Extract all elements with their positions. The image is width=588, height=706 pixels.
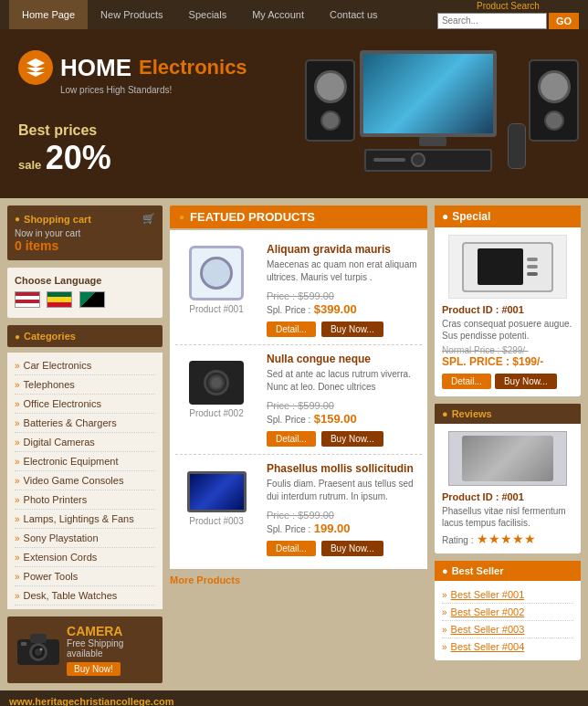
detail-btn-3[interactable]: Detail... [267,541,316,556]
language-box: Choose Language [7,268,163,318]
bestseller-item-1: » Best Seller #001 [442,586,573,604]
detail-btn-2[interactable]: Detail... [267,431,316,447]
categories-box: ● Categories [7,325,163,347]
monitor-icon [187,471,247,512]
cart-box: ● Shopping cart 🛒 Now in your cart 0 ite… [7,205,163,260]
price-spl-2: $159.00 [314,412,357,426]
special-spl-price: SPL. PRICE : $199/- [442,355,573,368]
price-orig-1: Price : $599.00 [267,290,334,301]
special-detail-btn[interactable]: Detail... [442,374,491,389]
flag-za[interactable] [79,291,105,308]
product-img-2: Product #002 [175,353,257,426]
product-info-2: Nulla congue neque Sed at ante ac lacus … [267,353,422,447]
detail-btn-1[interactable]: Detail... [267,321,316,337]
cat-desk-watches[interactable]: »Desk, Table Watches [15,586,155,606]
special-product-id: Product ID : #001 [442,304,573,315]
cat-photo-printers[interactable]: »Photo Printers [15,490,155,510]
nav-account[interactable]: My Account [239,0,317,29]
buy-btn-2[interactable]: Buy Now... [321,431,383,447]
special-box: ● Special [435,205,581,396]
nav-specials[interactable]: Specials [176,0,240,29]
cat-digital-cameras[interactable]: »Digital Cameras [15,433,155,452]
buy-btn-3[interactable]: Buy Now... [321,541,383,556]
review-product-img [448,431,567,486]
bestseller-item-2: » Best Seller #002 [442,604,573,621]
center-column: ● FEATUED PRODUCTS Product #001 Aliquam … [170,205,427,683]
bestseller-item-4: » Best Seller #004 [442,638,573,655]
featured-body: Product #001 Aliquam gravida mauris Maec… [170,230,427,569]
product-id-1: Product #001 [189,304,244,314]
nav-new-products[interactable]: New Products [88,0,175,29]
bestseller-link-2[interactable]: Best Seller #002 [451,606,525,617]
cart-title: ● Shopping cart 🛒 [15,213,155,225]
product-img-1: Product #001 [175,243,257,316]
svg-rect-1 [30,634,47,643]
flags [15,291,155,311]
right-column: ● Special [435,205,581,683]
product-row-3: Product #003 Phasellus mollis sollicitud… [175,455,422,564]
review-rating: Rating : ★★★★★ [442,532,573,546]
search-label: Product Search [477,1,540,11]
product-id-2: Product #002 [189,408,244,418]
hero-image [296,29,588,198]
search-input[interactable] [437,13,547,29]
product-desc-1: Maecenas ac quam non erat aliquam ultric… [267,258,422,284]
bestseller-item-3: » Best Seller #003 [442,621,573,638]
cat-lamps[interactable]: »Lamps, Lightings & Fans [15,510,155,529]
special-body: Product ID : #001 Cras consequat posuere… [435,227,581,396]
svg-point-5 [39,648,42,650]
product-row-1: Product #001 Aliquam gravida mauris Maec… [175,236,422,345]
cat-power-tools[interactable]: »Power Tools [15,567,155,586]
product-title-1: Aliquam gravida mauris [267,243,422,256]
cat-batteries[interactable]: »Batteries & Chargers [15,414,155,433]
product-title-3: Phasellus mollis sollicitudin [267,462,422,475]
logo-electronics: Electronics [139,56,247,79]
flag-us[interactable] [15,291,40,308]
categories-title: ● Categories [15,331,155,342]
cat-car-electronics[interactable]: »Car Electronics [15,356,155,375]
logo-tagline: Low prices High Standards! [60,85,247,95]
language-title: Choose Language [15,275,155,286]
review-desc: Phasellus vitae nisl fermentum lacus tem… [442,505,573,529]
footer-url: www.heritagechristiancollege.com [9,696,579,706]
bestseller-body: » Best Seller #001 » Best Seller #002 » … [435,581,581,660]
categories-list: »Car Electronics »Telephones »Office Ele… [7,353,163,609]
cat-telephones[interactable]: »Telephones [15,375,155,395]
search-area: Product Search GO [437,1,579,29]
washer-icon [189,246,244,300]
product-img-3: Product #003 [175,462,257,535]
more-products-link[interactable]: More Products [170,569,427,591]
cat-extension-cords[interactable]: »Extension Cords [15,548,155,567]
camera-img-icon [189,361,244,405]
top-navigation: Home Page New Products Specials My Accou… [0,0,588,29]
featured-header: ● FEATUED PRODUCTS [170,205,427,228]
camera-buy-button[interactable]: Buy Now! [67,662,121,676]
cat-sony-playstation[interactable]: »Sony Playstation [15,529,155,548]
nav-contact[interactable]: Contact us [317,0,391,29]
nav-links: Home Page New Products Specials My Accou… [9,0,391,29]
cat-electronic-equipment[interactable]: »Electronic Equipment [15,452,155,471]
cat-video-game-consoles[interactable]: »Video Game Consoles [15,471,155,490]
price-spl-1: $399.00 [314,302,357,316]
camera-promo: CAMERA Free Shipping available Buy Now! [7,616,163,683]
buy-btn-1[interactable]: Buy Now... [321,321,383,337]
price-orig-2: Price : $599.00 [267,400,334,411]
cat-office-electronics[interactable]: »Office Electronics [15,395,155,414]
search-button[interactable]: GO [549,13,579,29]
logo-home: HOME [60,54,131,82]
special-buy-btn[interactable]: Buy Now... [495,374,557,389]
bestseller-link-3[interactable]: Best Seller #003 [451,624,525,635]
bestseller-link-1[interactable]: Best Seller #001 [451,589,525,600]
logo-icon [18,50,53,85]
camera-promo-content: CAMERA Free Shipping available Buy Now! [67,624,155,676]
product-title-2: Nulla congue neque [267,353,422,365]
bestseller-link-4[interactable]: Best Seller #004 [451,641,525,652]
product-desc-3: Foulis diam. Praesent aus tellus sed dui… [267,478,422,503]
flag-gh[interactable] [47,291,72,308]
product-info-3: Phasellus mollis sollicitudin Foulis dia… [267,462,422,556]
price-orig-3: Price : $599.00 [267,510,334,521]
camera-sub: Free Shipping available [67,638,155,659]
nav-home[interactable]: Home Page [9,0,88,29]
main-layout: ● Shopping cart 🛒 Now in your cart 0 ite… [0,198,588,690]
cart-info: Now in your cart 0 items [15,228,155,253]
